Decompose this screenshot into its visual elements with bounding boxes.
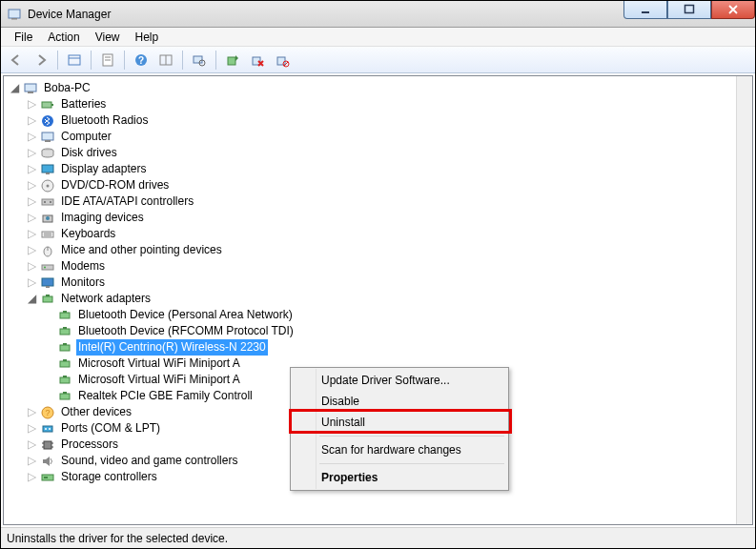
expand-icon[interactable]: ▷ [25, 406, 38, 419]
collapse-icon[interactable]: ◢ [25, 293, 38, 306]
device-node[interactable]: Bluetooth Device (Personal Area Network) [42, 307, 736, 323]
battery-icon [40, 97, 55, 112]
expand-icon[interactable]: ▷ [25, 114, 38, 128]
vertical-scrollbar[interactable] [736, 76, 752, 524]
maximize-button[interactable] [667, 0, 711, 19]
device-label: Microsoft Virtual WiFi Miniport A [76, 372, 242, 388]
expand-icon[interactable]: ▷ [25, 422, 38, 436]
expand-icon[interactable]: ▷ [25, 179, 38, 193]
storage-icon [40, 470, 55, 485]
category-label: Modems [59, 258, 107, 274]
disk-icon [40, 146, 55, 161]
svg-rect-21 [28, 92, 33, 93]
category-node[interactable]: ▷Display adapters [25, 161, 736, 177]
svg-rect-3 [685, 5, 694, 12]
category-node[interactable]: ▷Computer [25, 129, 736, 145]
category-node[interactable]: ▷Monitors [25, 274, 736, 291]
device-node[interactable]: Bluetooth Device (RFCOMM Protocol TDI) [42, 323, 736, 339]
titlebar[interactable]: Device Manager [1, 1, 755, 28]
expand-icon[interactable]: ▷ [25, 163, 38, 176]
statusbar: Uninstalls the driver for the selected d… [1, 527, 755, 548]
category-node[interactable]: ▷DVD/CD-ROM drives [25, 177, 736, 193]
expand-icon[interactable]: ▷ [25, 260, 38, 274]
svg-rect-13 [194, 56, 202, 63]
category-label: Other devices [59, 404, 133, 420]
minimize-button[interactable] [623, 0, 667, 19]
computer-icon [23, 81, 38, 96]
svg-point-36 [46, 216, 50, 220]
category-node[interactable]: ▷Imaging devices [25, 210, 736, 226]
view-button[interactable] [63, 49, 86, 71]
category-node-network[interactable]: ◢Network adapters [25, 291, 736, 307]
category-node[interactable]: ▷Modems [25, 258, 736, 274]
back-button[interactable] [5, 49, 28, 71]
menu-help[interactable]: Help [128, 29, 167, 46]
category-node[interactable]: ▷Bluetooth Radios [25, 112, 736, 129]
category-node[interactable]: ▷Disk drives [25, 145, 736, 161]
expand-icon[interactable]: ▷ [25, 98, 38, 112]
keyboard-icon [40, 227, 55, 242]
menu-file[interactable]: File [7, 29, 40, 46]
expand-icon[interactable]: ▷ [25, 228, 38, 241]
expand-icon[interactable]: ▷ [25, 244, 38, 257]
svg-point-43 [44, 266, 46, 268]
svg-rect-52 [60, 345, 70, 351]
tree-container: ◢ Boba-PC ▷Batteries▷Bluetooth Radios▷Co… [3, 75, 753, 525]
svg-text:?: ? [45, 408, 50, 417]
category-node[interactable]: ▷Keyboards [25, 226, 736, 242]
category-node[interactable]: ▷Mice and other pointing devices [25, 242, 736, 258]
cpu-icon [40, 437, 55, 453]
network-adapter-icon [57, 308, 72, 323]
svg-text:?: ? [138, 55, 144, 66]
modem-icon [40, 259, 55, 274]
expand-icon[interactable]: ▷ [25, 195, 38, 209]
svg-rect-71 [44, 477, 48, 478]
close-button[interactable] [711, 0, 755, 19]
menu-view[interactable]: View [88, 29, 128, 46]
category-label: Mice and other pointing devices [59, 242, 224, 258]
expand-icon[interactable]: ▷ [25, 212, 38, 225]
expand-icon[interactable]: ▷ [25, 131, 38, 144]
scan-button[interactable] [188, 49, 211, 71]
grid-button[interactable] [154, 49, 177, 71]
mouse-icon [40, 243, 55, 258]
collapse-icon[interactable]: ◢ [8, 82, 21, 95]
toolbar: ? [1, 47, 755, 73]
expand-icon[interactable]: ▷ [25, 147, 38, 160]
disable-button[interactable] [271, 49, 294, 71]
svg-rect-37 [42, 232, 53, 237]
device-node[interactable]: Intel(R) Centrino(R) Wireless-N 2230 [42, 339, 736, 356]
category-node[interactable]: ▷Batteries [25, 96, 736, 112]
ctx-uninstall[interactable]: Uninstall [293, 412, 506, 433]
root-node[interactable]: ◢ Boba-PC [8, 80, 736, 96]
svg-point-31 [47, 184, 50, 187]
svg-rect-44 [42, 278, 53, 286]
menu-action[interactable]: Action [40, 29, 87, 46]
svg-rect-45 [46, 286, 50, 288]
category-label: Bluetooth Radios [59, 112, 150, 129]
properties-button[interactable] [96, 49, 119, 71]
update-driver-button[interactable] [221, 49, 244, 71]
help-button[interactable]: ? [130, 49, 153, 71]
svg-rect-51 [63, 327, 67, 329]
ctx-update-driver[interactable]: Update Driver Software... [293, 370, 506, 391]
forward-button[interactable] [30, 49, 52, 71]
menubar: File Action View Help [1, 28, 755, 47]
category-label: IDE ATA/ATAPI controllers [59, 193, 195, 210]
svg-point-33 [44, 201, 46, 203]
expand-icon[interactable]: ▷ [25, 455, 38, 468]
uninstall-button[interactable] [246, 49, 269, 71]
ctx-scan[interactable]: Scan for hardware changes [293, 439, 506, 460]
display-icon [40, 162, 55, 177]
svg-rect-22 [42, 102, 51, 108]
ide-icon [40, 194, 55, 210]
expand-icon[interactable]: ▷ [25, 276, 38, 290]
svg-rect-46 [43, 296, 52, 302]
category-node[interactable]: ▷IDE ATA/ATAPI controllers [25, 193, 736, 210]
svg-rect-25 [42, 132, 53, 140]
category-label: Storage controllers [59, 469, 159, 485]
ctx-properties[interactable]: Properties [293, 467, 506, 488]
expand-icon[interactable]: ▷ [25, 471, 38, 484]
expand-icon[interactable]: ▷ [25, 438, 38, 452]
ctx-disable[interactable]: Disable [293, 391, 506, 412]
